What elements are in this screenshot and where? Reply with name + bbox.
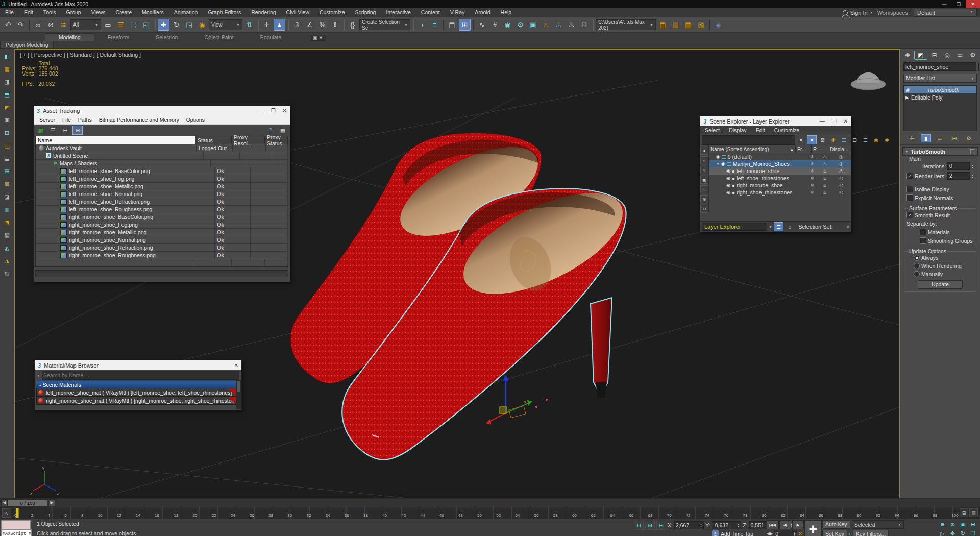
column-header-proxy-resol-[interactable]: Proxy Resol... (232, 136, 265, 144)
browser-options-dropdown-icon[interactable]: ▼ (37, 374, 40, 377)
previous-frame-icon[interactable]: ◀| (779, 520, 791, 529)
project-settings-icon[interactable]: ▧ (695, 19, 707, 31)
render-production-icon[interactable]: ♨ (540, 19, 552, 31)
create-layer-icon[interactable]: ✚ (828, 135, 838, 144)
explicit-normals-checkbox[interactable] (906, 194, 913, 201)
minimize-window-icon[interactable]: — (820, 118, 825, 124)
remove-modifier-icon[interactable]: ⊟ (949, 134, 960, 142)
table-row[interactable]: Autodesk VaultLogged Out ... (36, 144, 288, 152)
menu-scripting[interactable]: Scripting (350, 8, 381, 17)
key-filters-button[interactable]: Key Filters... (853, 530, 889, 536)
material-browser-title-bar[interactable]: 3 Material/Map Browser ✕ (35, 360, 241, 370)
maximize-viewport-toggle-icon[interactable]: ❒ (968, 529, 978, 536)
ribbon-tool-icon[interactable]: ◩ (3, 103, 12, 111)
tab-freeform[interactable]: Freeform (94, 34, 143, 41)
key-filters-toggle-icon[interactable]: ⊙ (798, 531, 802, 536)
zoom-all-icon[interactable]: ⊛ (948, 520, 958, 529)
menu-edit[interactable]: Edit (19, 8, 38, 17)
snaps-toggle-icon[interactable]: 3 (291, 19, 303, 31)
spinner-snap-icon[interactable]: ⇕ (329, 19, 341, 31)
maxscript-mini-listener[interactable]: MAXScript Mi (1, 529, 32, 536)
set-keys-big-button[interactable]: ✚ (804, 520, 822, 536)
play-icon[interactable]: ▶ (792, 520, 804, 529)
menu-customize[interactable]: Customize (314, 8, 350, 17)
manually-radio[interactable] (914, 271, 920, 277)
select-and-rotate-icon[interactable]: ↻ (170, 19, 182, 31)
new-key-tangents-icon[interactable]: ≈ (849, 532, 851, 536)
table-row[interactable]: left_monroe_shoe_Metallic.pngOk (36, 182, 288, 190)
table-row[interactable]: left_monroe_shoe_BaseColor.pngOk (36, 167, 288, 175)
menu-file[interactable]: File (0, 8, 19, 17)
asset-menu-bitmap-performance-and-memory[interactable]: Bitmap Performance and Memory (95, 117, 183, 123)
renderable-toggle-icon[interactable]: ♨ (818, 183, 831, 188)
materials-checkbox[interactable] (920, 229, 926, 235)
nest-layer-icon[interactable]: ⊟ (850, 135, 860, 144)
display-toggle-icon[interactable]: ◎ (831, 183, 851, 188)
auto-key-button[interactable]: Auto Key (822, 520, 850, 529)
isoline-display-checkbox[interactable] (906, 186, 913, 192)
menu-help[interactable]: Help (496, 8, 517, 17)
close-window-icon[interactable]: ✕ (966, 0, 980, 8)
explorer-menu-edit[interactable]: Edit (751, 127, 770, 133)
key-mode-toggle-icon[interactable]: ◀▶ (767, 531, 773, 536)
align-icon[interactable]: ≡ (429, 19, 440, 31)
asset-menu-paths[interactable]: Paths (75, 117, 95, 123)
workspace-dropdown[interactable]: Default ▼ (914, 9, 977, 17)
go-to-start-icon[interactable]: |◀◀ (767, 520, 778, 529)
select-and-scale-icon[interactable]: ◲ (183, 19, 195, 31)
close-icon[interactable]: ✕ (844, 118, 848, 124)
viewport-pov-menu[interactable]: [ Perspective ] (31, 52, 65, 58)
time-slider-track[interactable]: ◀ 0 / 100 ▶ (0, 498, 980, 507)
ribbon-tool-icon[interactable]: ◫ (3, 141, 12, 150)
ribbon-display-toggle[interactable]: ▣ ▼ (310, 35, 326, 41)
rollout-pin-icon[interactable] (970, 149, 975, 154)
menu-tools[interactable]: Tools (38, 8, 61, 17)
table-row[interactable]: left_monroe_shoe_Fog.pngOk (36, 175, 288, 182)
use-pivot-point-center-icon[interactable]: ⇅ (243, 19, 255, 31)
asset-tracking-title-bar[interactable]: 3 Asset Tracking — ❐ ✕ (34, 106, 290, 115)
ribbon-tool-icon[interactable]: ▦ (3, 65, 12, 73)
material-editor-icon[interactable]: ◉ (502, 19, 513, 31)
material-item[interactable]: right_monroe_shoe_mat ( VRayMtl ) [right… (36, 397, 236, 405)
tab-modeling[interactable]: Modeling (45, 33, 94, 41)
tab-polygon-modeling[interactable]: Polygon Modeling (0, 41, 54, 48)
list-item[interactable]: ▼◉☰Marilyn_Monroe_Shoes❄♨◎ (709, 160, 851, 167)
utilities-tab-icon[interactable]: ⚙ (967, 51, 979, 60)
save-project-icon[interactable]: ▦ (682, 19, 694, 31)
named-selection-sets-dropdown[interactable]: Create Selection Se▼ (359, 19, 410, 30)
ribbon-tool-icon[interactable]: ◨ (3, 78, 12, 86)
orbit-icon[interactable]: ↻ (958, 529, 968, 536)
display-toggle-icon[interactable]: ◎ (831, 161, 851, 166)
menu-animation[interactable]: Animation (169, 8, 203, 17)
renderable-column-header[interactable]: R... (812, 145, 828, 153)
menu-views[interactable]: Views (86, 8, 111, 17)
explorer-menu-select[interactable]: Select (700, 127, 724, 133)
viewport-render-preset-menu[interactable]: [ Standard ] (67, 52, 94, 58)
viewport-general-menu[interactable]: [ + ] (20, 52, 29, 58)
update-button[interactable]: Update (918, 280, 963, 289)
render-iters-field[interactable]: 2 (947, 172, 970, 180)
ribbon-tool-icon[interactable]: ▤ (3, 167, 12, 175)
ribbon-tool-icon[interactable]: ⊞ (3, 129, 12, 137)
menu-rendering[interactable]: Rendering (246, 8, 281, 17)
display-toggle-icon[interactable]: ◎ (831, 168, 851, 174)
tab-object-paint[interactable]: Object Paint (191, 34, 247, 41)
tab-selection[interactable]: Selection (142, 34, 191, 41)
move-gizmo[interactable] (486, 374, 548, 425)
table-view-icon[interactable]: ⊞ (72, 126, 83, 135)
explorer-menu-display[interactable]: Display (724, 127, 751, 133)
ribbon-tool-icon[interactable]: ▨ (3, 269, 12, 277)
render-setup-icon[interactable]: ⚙ (514, 19, 526, 31)
ribbon-tool-icon[interactable]: ⬔ (3, 218, 12, 226)
select-by-name-icon[interactable]: ☰ (115, 19, 127, 31)
select-and-manipulate-icon[interactable]: ✛ (261, 19, 273, 31)
table-row[interactable]: right_monroe_shoe_Metallic.pngOk (36, 228, 288, 236)
track-bar-config-icon[interactable]: ⊞ (960, 508, 968, 517)
isolate-lattice-icon[interactable]: ◈ (713, 19, 724, 31)
material-item[interactable]: left_monroe_shoe_mat ( VRayMtl ) [left_m… (36, 388, 236, 397)
toggle-scene-explorer-icon[interactable]: ▤ (446, 19, 458, 31)
help-icon[interactable]: ? (265, 126, 276, 135)
mirror-icon[interactable]: ◑ (416, 19, 428, 31)
visibility-eye-icon[interactable]: ◉ (726, 190, 730, 195)
render-iters-spinner[interactable]: ▲▼ (971, 174, 974, 178)
